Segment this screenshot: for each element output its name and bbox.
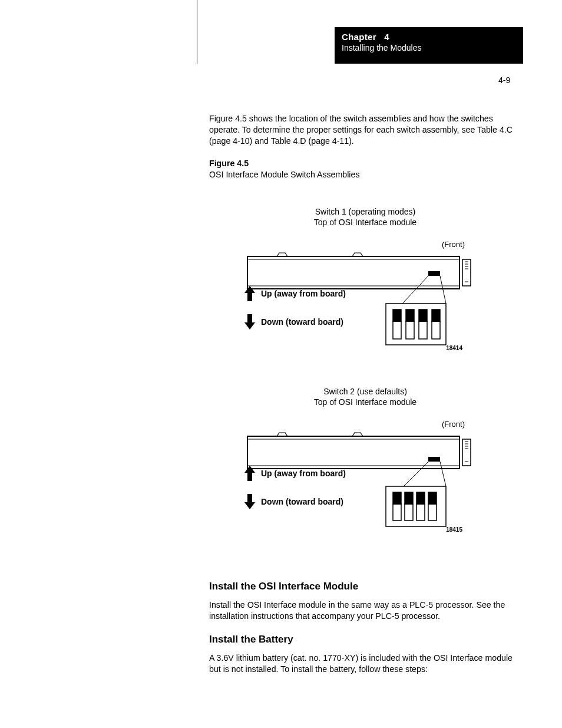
figure-2-id: 18415	[446, 526, 462, 533]
svg-marker-21	[244, 314, 255, 330]
svg-marker-42	[244, 466, 255, 481]
page-root: Chapter 4 Installing the Modules 4-9 Fig…	[0, 0, 562, 728]
up-arrow-icon	[244, 286, 255, 301]
section-heading-1: Install the OSI Interface Module	[209, 581, 521, 592]
svg-marker-20	[244, 286, 255, 301]
legend-down-text: Down (toward board)	[261, 317, 343, 327]
down-arrow-icon	[244, 494, 255, 509]
vertical-rule	[197, 0, 197, 64]
figure-2-caption-line-1: Switch 2 (use defaults)	[323, 387, 407, 396]
up-arrow-icon	[244, 466, 255, 481]
svg-rect-37	[405, 492, 413, 504]
figure-1-caption-line-2: Top of OSI Interface module	[314, 218, 416, 227]
svg-rect-0	[247, 256, 459, 289]
chapter-number: 4	[384, 32, 389, 42]
chapter-title: Installing the Modules	[342, 43, 516, 52]
svg-line-10	[440, 276, 446, 304]
svg-rect-23	[247, 439, 459, 466]
chapter-header: Chapter 4 Installing the Modules	[335, 27, 523, 64]
legend-up-text-2: Up (away from board)	[261, 469, 346, 478]
svg-line-32	[440, 462, 446, 486]
section-install-osi: Install the OSI Interface Module Install…	[209, 581, 521, 633]
figure-2-caption-line-2: Top of OSI Interface module	[314, 397, 416, 407]
svg-rect-17	[419, 309, 427, 321]
legend-2: Up (away from board) Down (toward board)	[244, 466, 346, 522]
figure-1-caption: Switch 1 (operating modes) Top of OSI In…	[209, 206, 521, 228]
svg-rect-13	[393, 309, 401, 321]
section-paragraph-1: Install the OSI Interface module in the …	[209, 599, 521, 622]
legend-up-row-2: Up (away from board)	[244, 466, 346, 481]
figure-1-id: 18414	[446, 345, 462, 351]
front-label-1: (Front)	[442, 240, 465, 249]
intro-paragraph: Figure 4.5 shows the location of the swi…	[209, 113, 521, 147]
svg-rect-41	[428, 492, 437, 504]
chapter-word: Chapter	[342, 32, 376, 42]
svg-rect-8	[428, 271, 440, 276]
svg-marker-43	[244, 494, 255, 509]
svg-rect-35	[393, 492, 401, 504]
page-number: 4-9	[498, 75, 510, 85]
legend-up-text: Up (away from board)	[261, 289, 346, 298]
legend-down-text-2: Down (toward board)	[261, 497, 343, 506]
figure-switch-2: Switch 2 (use defaults) Top of OSI Inter…	[209, 386, 521, 528]
svg-rect-22	[247, 436, 459, 469]
svg-rect-15	[406, 309, 414, 321]
section-heading-2: Install the Battery	[209, 634, 521, 645]
figure-lead-title: OSI Interface Module Switch Assemblies	[209, 170, 360, 179]
legend-1: Up (away from board) Down (toward board)	[244, 286, 346, 342]
down-arrow-icon	[244, 314, 255, 330]
svg-rect-1	[247, 259, 459, 286]
section-paragraph-2: A 3.6V lithium battery (cat. no. 1770-XY…	[209, 653, 521, 675]
figure-2-caption: Switch 2 (use defaults) Top of OSI Inter…	[209, 386, 521, 407]
figure-lead-label: Figure 4.5	[209, 159, 249, 168]
figure-switch-1: Switch 1 (operating modes) Top of OSI In…	[209, 206, 521, 348]
svg-rect-19	[432, 309, 440, 321]
legend-down-row-2: Down (toward board)	[244, 494, 346, 509]
figure-1-caption-line-1: Switch 1 (operating modes)	[315, 207, 415, 216]
svg-rect-30	[428, 457, 440, 462]
front-label-2: (Front)	[442, 420, 465, 429]
svg-rect-39	[416, 492, 425, 504]
intro-block: Figure 4.5 shows the location of the swi…	[209, 113, 521, 191]
legend-down-row: Down (toward board)	[244, 314, 346, 330]
section-install-battery: Install the Battery A 3.6V lithium batte…	[209, 634, 521, 686]
chapter-label-row: Chapter 4	[342, 32, 516, 42]
legend-up-row: Up (away from board)	[244, 286, 346, 301]
figure-lead: Figure 4.5 OSI Interface Module Switch A…	[209, 158, 521, 180]
